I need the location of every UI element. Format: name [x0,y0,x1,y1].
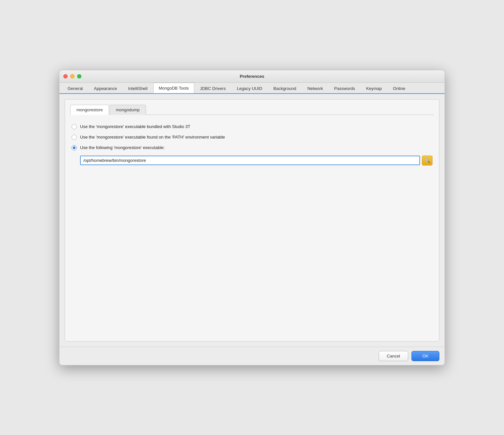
radio-path[interactable] [72,135,77,140]
maximize-button[interactable] [77,74,81,78]
window-title: Preferences [240,74,264,79]
sub-tab-mongorestore[interactable]: mongorestore [70,105,109,115]
tab-passwords[interactable]: Passwords [328,83,361,94]
content-area: mongorestore mongodump Use the 'mongores… [59,94,445,347]
minimize-button[interactable] [70,74,74,78]
cancel-button[interactable]: Cancel [379,351,408,361]
path-input[interactable] [80,156,420,165]
path-row: 🔍 [80,156,432,165]
tab-appearance[interactable]: Appearance [88,83,122,94]
options-group: Use the 'mongorestore' executable bundle… [70,121,434,168]
tab-online[interactable]: Online [388,83,411,94]
tab-intellishell[interactable]: IntelliShell [122,83,153,94]
tab-general[interactable]: General [62,83,88,94]
browse-icon: 🔍 [425,158,430,163]
preferences-window: Preferences General Appearance IntelliSh… [59,70,445,365]
radio-bundled-label: Use the 'mongorestore' executable bundle… [80,124,190,129]
title-bar: Preferences [59,70,445,83]
ok-button[interactable]: OK [411,351,439,361]
radio-bundled[interactable] [72,124,77,129]
tab-keymap[interactable]: Keymap [361,83,388,94]
tab-mongodb-tools[interactable]: MongoDB Tools [153,83,195,94]
tab-legacy-uuid[interactable]: Legacy UUID [231,83,268,94]
radio-custom[interactable] [72,145,77,150]
tab-background[interactable]: Background [268,83,302,94]
radio-option-bundled[interactable]: Use the 'mongorestore' executable bundle… [72,124,432,129]
radio-option-path[interactable]: Use the 'mongorestore' executable found … [72,135,432,140]
radio-option-custom[interactable]: Use the following 'mongorestore' executa… [72,145,432,150]
radio-custom-label: Use the following 'mongorestore' executa… [80,145,165,150]
footer: Cancel OK [59,347,445,365]
toolbar: General Appearance IntelliShell MongoDB … [59,83,445,94]
sub-tabs: mongorestore mongodump [70,105,434,115]
browse-button[interactable]: 🔍 [422,156,432,165]
inner-panel: mongorestore mongodump Use the 'mongores… [65,99,439,341]
traffic-lights [63,74,81,78]
close-button[interactable] [63,74,68,78]
tab-jdbc-drivers[interactable]: JDBC Drivers [194,83,231,94]
tab-network[interactable]: Network [302,83,329,94]
sub-tab-mongodump[interactable]: mongodump [110,105,146,115]
radio-path-label: Use the 'mongorestore' executable found … [80,135,225,140]
